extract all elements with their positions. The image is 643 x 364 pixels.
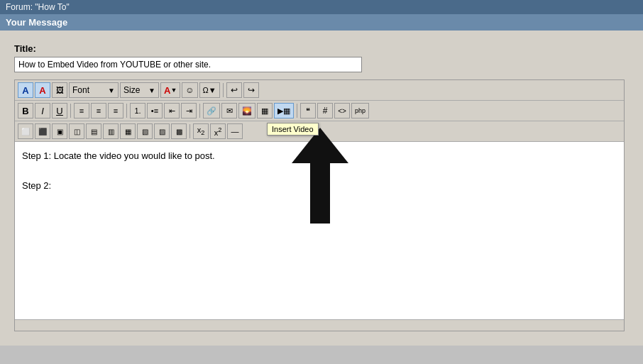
r3b4-icon: ◫: [74, 128, 80, 136]
btn-row3-10[interactable]: ▩: [171, 123, 187, 139]
code-icon: <>: [338, 107, 346, 115]
btn-row3-3[interactable]: ▣: [52, 123, 67, 139]
forum-bar-text: Forum: "How To": [6, 2, 70, 12]
btn-undo[interactable]: ↩: [226, 82, 242, 98]
toolbar-row-2: B I U ≡ ≡ ≡ 1. •≡: [15, 101, 624, 121]
btn-font-color[interactable]: A ▼: [160, 82, 180, 98]
image-icon: 🖼: [56, 86, 64, 94]
btn-image-icon[interactable]: 🖼: [52, 82, 67, 98]
content-line1: Step 1: Locate the video you would like …: [22, 149, 617, 164]
bottom-bar: [15, 319, 624, 331]
quote-icon: ❝: [306, 106, 310, 116]
r3b3-icon: ▣: [57, 128, 63, 136]
email-icon: ✉: [226, 106, 233, 116]
smiley-icon: ☺: [185, 85, 194, 95]
btn-bold-a2[interactable]: A: [35, 82, 50, 98]
title-input[interactable]: [14, 57, 362, 72]
btn-align-center[interactable]: ≡: [91, 103, 106, 118]
size-label: Size: [123, 85, 140, 95]
btn-php[interactable]: php: [351, 103, 369, 118]
btn-superscript[interactable]: x2: [210, 123, 226, 139]
content-line2: Step 2:: [22, 179, 617, 194]
title-label: Title:: [14, 43, 629, 54]
btn-row3-9[interactable]: ▨: [154, 123, 170, 139]
btn-align-right[interactable]: ≡: [108, 103, 123, 118]
forum-bar: Forum: "How To": [0, 0, 643, 14]
btn-quote[interactable]: ❝: [300, 103, 316, 118]
hash-icon: #: [323, 106, 328, 116]
btn-special-char[interactable]: Ω▼: [199, 82, 220, 98]
btn-outdent[interactable]: ⇤: [164, 103, 180, 118]
btn-link[interactable]: 🔗: [203, 103, 220, 118]
btn-row3-1[interactable]: ⬜: [18, 123, 33, 139]
unordered-list-icon: •≡: [151, 106, 158, 115]
superscript-icon: x2: [214, 126, 222, 137]
align-left-icon: ≡: [79, 106, 84, 115]
btn-subscript[interactable]: x2: [193, 123, 209, 139]
btn-code[interactable]: <>: [334, 103, 350, 118]
btn-insert-table[interactable]: ▦: [257, 103, 273, 118]
btn-redo[interactable]: ↪: [243, 82, 259, 98]
php-icon: php: [355, 107, 366, 114]
editor-container: A A 🖼 Font ▼ Size ▼ A ▼ ☺: [14, 79, 625, 331]
link-icon: 🔗: [207, 106, 216, 116]
subscript-icon: x2: [197, 126, 205, 136]
btn-email[interactable]: ✉: [221, 103, 237, 118]
btn-italic[interactable]: I: [35, 103, 50, 118]
btn-insert-video[interactable]: ▶▦: [274, 103, 294, 118]
btn-underline[interactable]: U: [52, 103, 67, 118]
your-message-header: Your Message: [0, 14, 643, 31]
toolbar-row-3: ⬜ ⬛ ▣ ◫ ▤ ▥ ▦ ▧ ▨ ▩ x2 x2 —: [15, 121, 624, 142]
undo-icon: ↩: [231, 85, 238, 95]
redo-icon: ↪: [248, 85, 255, 95]
r3b1-icon: ⬜: [21, 128, 30, 136]
font-color-arrow: ▼: [170, 87, 177, 94]
btn-row3-7[interactable]: ▦: [120, 123, 136, 139]
btn-row3-5[interactable]: ▤: [86, 123, 101, 139]
r3b9-icon: ▨: [159, 128, 165, 136]
font-color-icon: A: [164, 85, 170, 96]
btn-row3-6[interactable]: ▥: [103, 123, 119, 139]
btn-row3-4[interactable]: ◫: [69, 123, 84, 139]
btn-img[interactable]: 🌄: [238, 103, 255, 118]
underline-icon: U: [56, 106, 62, 116]
r3b7-icon: ▦: [125, 128, 131, 136]
btn-bold-a[interactable]: A: [18, 82, 33, 98]
bold-a2-icon: A: [39, 85, 45, 96]
bold-a-icon: A: [22, 85, 28, 96]
insert-video-icon: ▶▦: [277, 106, 290, 116]
btn-row3-8[interactable]: ▧: [137, 123, 153, 139]
btn-ordered-list[interactable]: 1.: [130, 103, 145, 118]
btn-smiley[interactable]: ☺: [182, 82, 197, 98]
btn-align-left[interactable]: ≡: [74, 103, 89, 118]
ordered-list-icon: 1.: [134, 106, 141, 115]
r3b5-icon: ▤: [91, 128, 97, 136]
outdent-icon: ⇤: [169, 106, 175, 116]
btn-indent[interactable]: ⇥: [181, 103, 197, 118]
align-right-icon: ≡: [114, 106, 118, 115]
btn-hr[interactable]: —: [227, 123, 243, 139]
r3b8-icon: ▧: [142, 128, 148, 136]
hr-icon: —: [231, 127, 239, 136]
r3b6-icon: ▥: [108, 128, 114, 136]
bold-icon: B: [22, 106, 28, 116]
r3b2-icon: ⬛: [38, 128, 47, 136]
size-dropdown[interactable]: Size ▼: [120, 82, 159, 98]
italic-icon: I: [41, 106, 44, 116]
btn-unordered-list[interactable]: •≡: [147, 103, 163, 118]
insert-video-container: ▶▦ Insert Video: [274, 103, 294, 118]
r3b10-icon: ▩: [176, 128, 182, 136]
content-area[interactable]: Step 1: Locate the video you would like …: [15, 142, 624, 319]
sep2: [70, 104, 71, 118]
size-dropdown-arrow: ▼: [148, 87, 155, 94]
btn-bold[interactable]: B: [18, 103, 33, 118]
font-dropdown[interactable]: Font ▼: [69, 82, 119, 98]
btn-row3-2[interactable]: ⬛: [35, 123, 50, 139]
toolbar-row-1: A A 🖼 Font ▼ Size ▼ A ▼ ☺: [15, 80, 624, 101]
font-label: Font: [72, 85, 89, 95]
indent-icon: ⇥: [186, 106, 192, 116]
sep1: [223, 83, 224, 97]
btn-hash[interactable]: #: [317, 103, 333, 118]
outer-container: Title: A A 🖼 Font ▼ Size ▼ A: [0, 31, 643, 346]
sep6: [189, 124, 190, 138]
